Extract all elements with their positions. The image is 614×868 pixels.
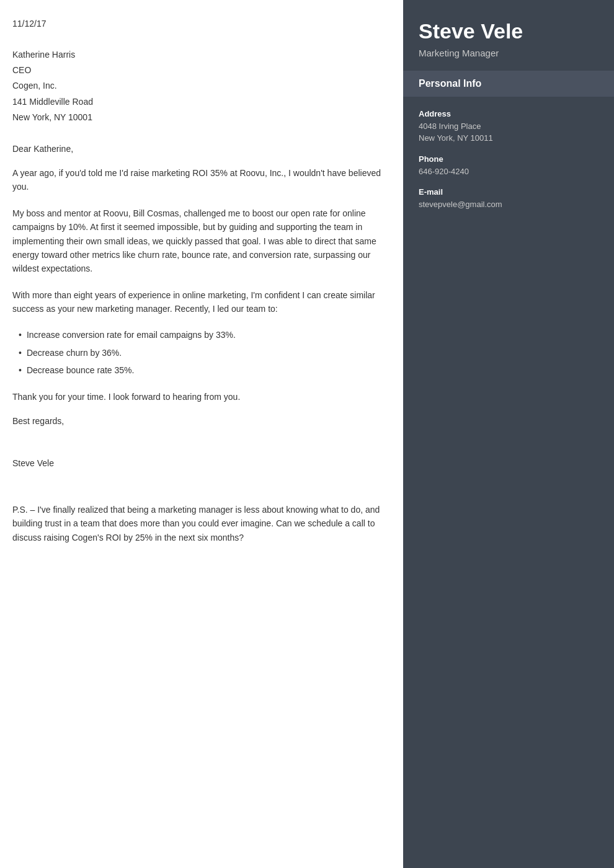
closing: Best regards, [12,416,385,426]
personal-info-section: Personal Info [403,71,614,97]
phone-block: Phone 646-920-4240 [419,154,598,178]
letter-content: 11/12/17 Katherine Harris CEO Cogen, Inc… [0,0,403,868]
sidebar-header: Steve Vele Marketing Manager [403,0,614,71]
phone-label: Phone [419,154,598,164]
sidebar-title: Marketing Manager [419,48,598,58]
bullet-dot: • [19,346,22,360]
recipient-name: Katherine Harris [12,47,385,63]
address-line2: New York, NY 10011 [419,132,598,144]
bullet-text: Increase conversion rate for email campa… [27,328,236,342]
bullet-item: • Increase conversion rate for email cam… [19,328,385,342]
bullet-dot: • [19,328,22,342]
ps-block: P.S. – I've finally realized that being … [12,503,385,544]
paragraph-4: Thank you for your time. I look forward … [12,390,385,404]
email-block: E-mail stevepvele@gmail.com [419,187,598,211]
phone-value: 646-920-4240 [419,166,598,178]
salutation: Dear Katherine, [12,144,385,154]
address-line1: 4048 Irving Place [419,120,598,133]
paragraph-1: A year ago, if you'd told me I'd raise m… [12,166,385,194]
bullet-item: • Decrease churn by 36%. [19,346,385,360]
bullet-text: Decrease bounce rate 35%. [27,363,135,377]
address-label: Address [419,109,598,118]
signature-name: Steve Vele [12,458,385,468]
email-value: stevepvele@gmail.com [419,198,598,211]
sidebar-name: Steve Vele [419,19,598,44]
recipient-company: Cogen, Inc. [12,78,385,94]
bullet-list: • Increase conversion rate for email cam… [12,328,385,377]
paragraph-3: With more than eight years of experience… [12,288,385,316]
paragraph-2: My boss and mentor at Roovu, Bill Cosmas… [12,206,385,276]
letter-date: 11/12/17 [12,19,385,29]
recipient-block: Katherine Harris CEO Cogen, Inc. 141 Mid… [12,47,385,125]
sidebar: Steve Vele Marketing Manager Personal In… [403,0,614,868]
recipient-title: CEO [12,63,385,78]
recipient-address: 141 Middleville Road [12,94,385,110]
bullet-dot: • [19,363,22,377]
bullet-item: • Decrease bounce rate 35%. [19,363,385,377]
address-block: Address 4048 Irving Place New York, NY 1… [419,109,598,144]
sidebar-info: Address 4048 Irving Place New York, NY 1… [403,97,614,233]
personal-info-heading: Personal Info [419,78,481,89]
recipient-city: New York, NY 10001 [12,110,385,125]
email-label: E-mail [419,187,598,197]
bullet-text: Decrease churn by 36%. [27,346,122,360]
